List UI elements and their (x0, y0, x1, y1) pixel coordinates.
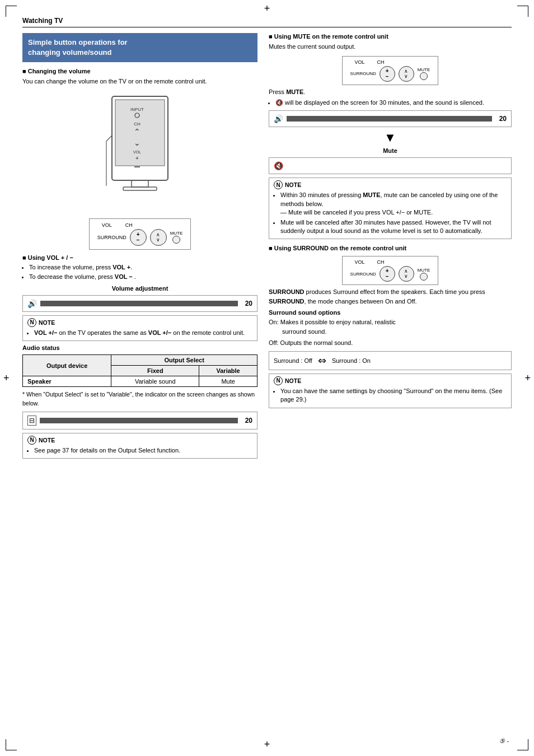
corner-mark-br (517, 739, 528, 750)
surround-on-text: On: Makes it possible to enjoy natural, … (269, 318, 512, 336)
svg-text:+: + (135, 155, 139, 161)
vol-number-2: 20 (241, 417, 252, 424)
mute-arrow: ▼ (269, 130, 512, 145)
svg-text:INPUT: INPUT (130, 107, 144, 112)
corner-mark-bl (6, 739, 17, 750)
surround-label-mute: SURROUND (350, 71, 376, 76)
col-output-select: Output Select (111, 355, 257, 366)
audio-status-table: Output device Output Select Fixed Variab… (22, 354, 257, 387)
volume-bar-1: 🔊 20 (22, 295, 257, 312)
surround-label-surround: SURROUND (350, 272, 376, 277)
remote-row-left: VOL CH SURROUND + − (22, 218, 257, 250)
right-column: Using MUTE on the remote control unit Mu… (269, 33, 512, 462)
remote-surround-container: VOL CH SURROUND + − ∧ ∨ (269, 254, 512, 287)
vol-rocker-mute: + − (380, 66, 395, 82)
ch-rocker-surround: ∧ ∨ (399, 266, 414, 282)
using-vol-section: Using VOL + / − To increase the volume, … (22, 254, 257, 282)
speaker-icon-1: 🔊 (27, 299, 37, 308)
surround-off-label: Surround : Off (274, 357, 312, 364)
vol-bullet-2: To decrease the volume, press VOL − . (29, 273, 257, 281)
svg-rect-2 (132, 180, 148, 187)
page-title: Watching TV (22, 17, 512, 27)
mute-bullet: 🔇 will be displayed on the screen for 30… (275, 99, 512, 107)
row-variable-val: Mute (199, 376, 257, 387)
surround-off-text: Off: Outputs the normal sound. (269, 338, 512, 348)
surround-label-left: SURROUND (97, 235, 127, 240)
note-icon-1: N (27, 318, 36, 327)
corner-mark-tr (517, 6, 528, 17)
row-fixed-val: Variable sound (111, 376, 199, 387)
row-device: Speaker (23, 376, 111, 387)
mute-btn: MUTE (418, 67, 430, 80)
note-vol-text: VOL +/− on the TV operates the same as V… (34, 329, 252, 337)
changing-volume-title: Changing the volume (22, 68, 257, 74)
vol-bar-track-mute (287, 116, 492, 122)
left-column: Simple button operations for changing vo… (22, 33, 257, 462)
crosshair-left: + (3, 372, 10, 384)
surround-bar: Surround : Off ⇔ Surround : On (269, 351, 512, 370)
vol-rocker: + − (130, 229, 147, 246)
page: + + + + Watching TV Simple button operat… (0, 0, 534, 756)
changing-volume-desc: You can change the volume on the TV or o… (22, 77, 257, 86)
using-vol-title: Using VOL + / − (22, 254, 257, 261)
vol-number-1: 20 (241, 300, 252, 307)
surround-arrow: ⇔ (318, 354, 326, 367)
vol-bar-track-1 (40, 301, 238, 306)
vol-number-mute: 20 (495, 115, 507, 123)
note-mute-2: Mute will be canceled after 30 minutes h… (280, 218, 507, 236)
surround-desc: SURROUND produces Surround effect from t… (269, 287, 512, 306)
ch-rocker: ∧ ∨ (150, 229, 167, 246)
svg-text:⌃: ⌃ (134, 127, 140, 136)
note-output: N NOTE See page 37 for details on the Ou… (22, 433, 257, 459)
col-fixed: Fixed (111, 366, 199, 376)
col-output-device: Output device (23, 355, 111, 376)
section-header: Simple button operations for changing vo… (22, 33, 257, 62)
note-surround: N NOTE You can have the same settings by… (269, 374, 512, 408)
vol-after-mute: 🔇 (269, 157, 512, 174)
note-icon-2: N (27, 436, 36, 445)
crosshair-right: + (524, 372, 531, 384)
mute-icon-bar: 🔇 (274, 161, 283, 170)
note-icon-3: N (274, 180, 283, 189)
volume-bar-2: ⊟ 20 (22, 412, 257, 430)
volume-adjustment-label: Volume adjustment (22, 285, 257, 292)
audio-status-label: Audio status (22, 344, 257, 351)
note-surround-text: You can have the same settings by choosi… (280, 387, 507, 404)
note-vol: N NOTE VOL +/− on the TV operates the sa… (22, 315, 257, 341)
svg-line-12 (106, 136, 112, 141)
remote-mute-container: VOL CH SURROUND + − ∧ ∨ (269, 54, 512, 87)
using-mute-title: Using MUTE on the remote control unit (269, 33, 512, 40)
surround-options-title: Surround sound options (269, 309, 512, 316)
crosshair-bottom: + (264, 739, 270, 750)
col-variable: Variable (199, 366, 257, 376)
page-number: ⑤ - (499, 738, 509, 745)
vol-before-mute: 🔊 20 (269, 110, 512, 127)
tv-illustration: INPUT CH ⌃ ⌄ VOL + (22, 91, 257, 214)
vol-rocker-surround: + − (380, 266, 395, 282)
variable-icon: ⊟ (27, 416, 36, 426)
remote-labels-top: VOL CH (102, 222, 183, 228)
audio-footnote: * When "Output Select" is set to "Variab… (22, 390, 257, 408)
remote-mute: VOL CH SURROUND + − ∧ ∨ (342, 56, 439, 85)
vol-bullet-1: To increase the volume, press VOL +. (29, 263, 257, 272)
mute-desc: Mutes the current sound output. (269, 42, 512, 52)
note-mute-1: Within 30 minutes of pressing MUTE, mute… (280, 191, 507, 217)
mute-btn-surround: MUTE (418, 268, 430, 281)
speaker-icon-mute: 🔊 (274, 114, 283, 123)
mute-button-left: MUTE (170, 231, 183, 244)
svg-text:⌄: ⌄ (134, 138, 140, 147)
crosshair-top: + (264, 3, 270, 13)
mute-label: Mute (269, 147, 512, 154)
svg-rect-3 (123, 187, 157, 190)
using-surround-title: Using SURROUND on the remote control uni… (269, 245, 512, 251)
note-output-text: See page 37 for details on the Output Se… (34, 446, 252, 455)
note-icon-4: N (274, 376, 283, 385)
vol-bullets: To increase the volume, press VOL +. To … (29, 263, 257, 282)
note-mute: N NOTE Within 30 minutes of pressing MUT… (269, 178, 512, 239)
vol-bar-track-2 (40, 418, 238, 423)
press-mute-text: Press MUTE. (269, 87, 512, 97)
remote-surround: VOL CH SURROUND + − ∧ ∨ (342, 256, 439, 285)
svg-text:CH: CH (134, 122, 140, 127)
ch-rocker-mute: ∧ ∨ (399, 66, 414, 82)
note-mute-1-sub: — Mute will be canceled if you press VOL… (280, 209, 433, 216)
